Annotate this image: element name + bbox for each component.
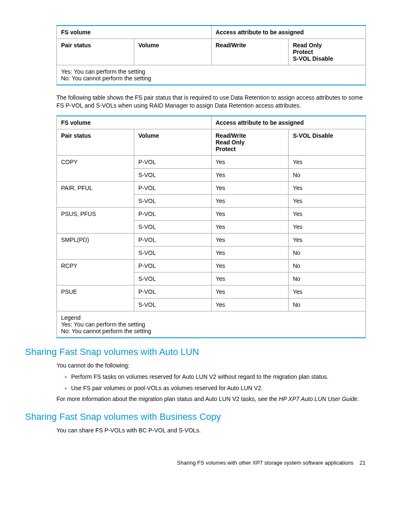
paragraph-share: You can share FS P-VOLs with BC P-VOL an… (56, 427, 366, 434)
cell-volume: P-VOL (134, 259, 211, 272)
cell-svol: No (289, 298, 366, 311)
legend-line: Yes: You can perform the setting (61, 321, 361, 328)
cell-pair-status (57, 220, 134, 233)
cell-rw: Yes (211, 272, 289, 285)
paragraph-cannot: You cannot do the following: (56, 362, 366, 370)
footer-page-number: 21 (360, 460, 366, 466)
th-pair-status: Pair status (57, 39, 134, 65)
th2-fs-volume: FS volume (57, 116, 212, 129)
cell-rw: Yes (211, 168, 289, 181)
list-item: Perform FS tasks on volumes reserved for… (71, 373, 364, 381)
cell-volume: S-VOL (134, 246, 211, 259)
cell-rw: Yes (211, 298, 289, 311)
legend-line: No: You cannot perform the setting (61, 328, 361, 334)
cell-svol: No (289, 272, 366, 285)
cell-rw: Yes (211, 181, 289, 194)
th2-volume: Volume (134, 129, 211, 155)
cell-rw: Yes (211, 220, 289, 233)
th-read-write: Read/Write (211, 39, 289, 65)
table2-legend: LegendYes: You can perform the settingNo… (57, 311, 366, 338)
cell-pair-status (57, 246, 134, 259)
legend-no: No: You cannot perform the setting (61, 75, 361, 82)
table-fs-pair-status: FS volume Access attribute to be assigne… (56, 116, 366, 338)
th2-access-attr: Access attribute to be assigned (211, 116, 366, 129)
cell-rw: Yes (211, 246, 289, 259)
legend-line: Legend (61, 314, 361, 321)
th2-svol: S-VOL Disable (289, 129, 366, 155)
table-row: LegendYes: You can perform the settingNo… (57, 311, 366, 338)
cell-volume: P-VOL (134, 207, 211, 220)
cell-svol: No (289, 259, 366, 272)
table-row: S-VOLYesYes (57, 194, 366, 207)
cell-pair-status (57, 168, 134, 181)
cell-pair-status: COPY (57, 155, 134, 168)
cell-rw: Yes (211, 259, 289, 272)
cell-volume: S-VOL (134, 272, 211, 285)
page-footer: Sharing FS volumes with other XP7 storag… (25, 460, 374, 466)
paragraph-more-info: For more information about the migration… (56, 395, 366, 403)
cell-volume: S-VOL (134, 168, 211, 181)
table-fs-volume-header: FS volume Access attribute to be assigne… (56, 25, 366, 85)
cell-volume: P-VOL (134, 155, 211, 168)
table-row: COPYP-VOLYesYes (57, 155, 366, 168)
cell-pair-status: PSUS, PFUS (57, 207, 134, 220)
cell-pair-status (57, 194, 134, 207)
table-row: S-VOLYesNo (57, 298, 366, 311)
th-access-attr: Access attribute to be assigned (211, 26, 366, 39)
cell-pair-status: PSUE (57, 285, 134, 298)
cell-volume: S-VOL (134, 220, 211, 233)
cell-pair-status: PAIR, PFUL (57, 181, 134, 194)
cell-svol: Yes (289, 285, 366, 298)
table-row: PAIR, PFULP-VOLYesYes (57, 181, 366, 194)
cell-volume: P-VOL (134, 233, 211, 246)
heading-auto-lun: Sharing Fast Snap volumes with Auto LUN (25, 347, 374, 357)
th2-pair-status: Pair status (57, 129, 134, 155)
th-fs-volume: FS volume (57, 26, 212, 39)
cell-pair-status: RCPY (57, 259, 134, 272)
cell-pair-status (57, 298, 134, 311)
list-item: Use FS pair volumes or pool-VOLs as volu… (71, 384, 364, 392)
more-info-period: . (358, 396, 359, 402)
cell-svol: Yes (289, 194, 366, 207)
cell-svol: No (289, 246, 366, 259)
cell-rw: Yes (211, 207, 289, 220)
reference-guide: HP XP7 Auto LUN User Guide (279, 396, 358, 402)
cell-rw: Yes (211, 233, 289, 246)
cell-svol: Yes (289, 220, 366, 233)
heading-business-copy: Sharing Fast Snap volumes with Business … (25, 411, 374, 422)
cell-svol: Yes (289, 207, 366, 220)
table-row: S-VOLYesNo (57, 246, 366, 259)
table-row: SMPL(PD)P-VOLYesYes (57, 233, 366, 246)
cell-pair-status: SMPL(PD) (57, 233, 134, 246)
th-volume: Volume (134, 39, 211, 65)
cell-volume: P-VOL (134, 285, 211, 298)
cell-volume: S-VOL (134, 298, 211, 311)
cell-volume: S-VOL (134, 194, 211, 207)
cell-rw: Yes (211, 194, 289, 207)
table-row: S-VOLYesNo (57, 168, 366, 181)
table-row: S-VOLYesNo (57, 272, 366, 285)
cell-rw: Yes (211, 155, 289, 168)
more-info-text: For more information about the migration… (56, 396, 279, 402)
list-restrictions: Perform FS tasks on volumes reserved for… (71, 373, 364, 392)
table-row: PSUEP-VOLYesYes (57, 285, 366, 298)
table-row: S-VOLYesYes (57, 220, 366, 233)
cell-svol: Yes (289, 155, 366, 168)
cell-svol: Yes (289, 233, 366, 246)
cell-svol: No (289, 168, 366, 181)
table-row: RCPYP-VOLYesNo (57, 259, 366, 272)
cell-rw: Yes (211, 285, 289, 298)
table1-legend: Yes: You can perform the setting No: You… (57, 65, 366, 85)
cell-pair-status (57, 272, 134, 285)
cell-volume: P-VOL (134, 181, 211, 194)
paragraph-intro: The following table shows the FS pair st… (56, 94, 366, 110)
th-read-only: Read Only Protect S-VOL Disable (289, 39, 366, 65)
table-row: PSUS, PFUSP-VOLYesYes (57, 207, 366, 220)
cell-svol: Yes (289, 181, 366, 194)
th2-rw: Read/Write Read Only Protect (211, 129, 289, 155)
legend-yes: Yes: You can perform the setting (61, 68, 361, 75)
footer-text: Sharing FS volumes with other XP7 storag… (177, 460, 353, 466)
